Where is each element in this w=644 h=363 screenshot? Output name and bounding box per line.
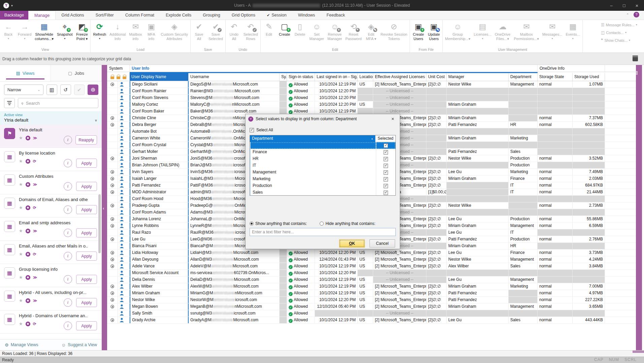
save-view-button[interactable]: ✔ <box>74 85 85 95</box>
view-item[interactable]: ▦By license location★✱⟳iApply <box>0 148 102 171</box>
ribbon-collapse-icon[interactable]: ⌃ <box>626 13 629 17</box>
value-row[interactable] <box>250 142 395 149</box>
value-row[interactable]: Production <box>250 183 395 189</box>
collapse-left-icon[interactable]: ‹ <box>103 206 104 211</box>
sidebar-collapse-strip[interactable]: ‹ <box>102 65 107 350</box>
message-rules-button[interactable]: ☰Message Rules...▾ <box>601 21 643 29</box>
table-row[interactable]: Allan DeyoungAllanD@M3wmnrstuvwMicrosoft… <box>107 256 636 263</box>
mailbox-info-button[interactable]: ✉Mailbox info <box>127 21 143 41</box>
column-header-username[interactable]: Username <box>189 73 280 81</box>
star-icon[interactable]: ★ <box>19 298 23 303</box>
info-button[interactable]: i <box>64 229 72 237</box>
tab-views[interactable]: ▤ Views <box>0 65 51 81</box>
select-all-row[interactable]: Select All <box>250 128 400 132</box>
delete-button[interactable]: ▯Delete <box>292 21 308 37</box>
manage-views-button[interactable]: ⚙ Manage Views <box>5 342 38 348</box>
table-row[interactable]: Alex WilberAlexW@M3wmnrstuvwMicrosoft.co… <box>107 283 636 290</box>
value-checkbox[interactable] <box>384 170 388 175</box>
view-item[interactable]: ▦Group licensing info★✱≫iApply <box>0 264 102 287</box>
column-header-effective-assigned-licenses[interactable]: Effective Assigned Licenses <box>373 73 426 81</box>
column-header-location-[interactable]: Location... <box>358 73 373 81</box>
tab-feedback[interactable]: Feedback <box>321 11 351 20</box>
radio-show-contains[interactable]: Show anything that contains: <box>250 221 307 226</box>
star-icon[interactable]: ★ <box>19 205 23 210</box>
table-row[interactable]: Sally Smithssnutg@M3wmnrstuvwicrosoft.co… <box>107 310 636 317</box>
dialog-close-icon[interactable]: × <box>388 116 397 122</box>
value-checkbox[interactable] <box>384 143 388 148</box>
snapshot-button[interactable]: ⌖+Snapshot▾ <box>55 21 74 40</box>
apply-button[interactable]: Apply <box>76 182 97 191</box>
view-item[interactable]: ▦Email, Aliases and other Mails in o...★… <box>0 241 102 264</box>
table-row[interactable]: Miriam GrahamMiriamG@MwmnrstuvwnMicrosof… <box>107 290 636 297</box>
table-row[interactable]: Conf Room StevensStevens@MwmnrstuvwMicro… <box>107 95 636 101</box>
ok-button[interactable]: OK <box>339 239 365 248</box>
contacts-button[interactable]: ◫Contacts...▾ <box>601 29 643 36</box>
select-all-checkbox[interactable] <box>250 128 254 132</box>
refresh-button[interactable]: ⟳Refresh▾ <box>91 21 108 40</box>
column-header-selected[interactable]: Selected <box>375 135 395 142</box>
minimize-button[interactable]: – <box>606 0 617 11</box>
table-row[interactable]: Diego SicilianiDiegoS@MwmnrstuvwMicrosof… <box>107 81 636 88</box>
cancel-button[interactable]: Cancel <box>369 239 395 248</box>
group-membership-button[interactable]: ☺Group Membership...▾ <box>443 21 472 41</box>
apply-button[interactable]: Apply <box>76 159 97 168</box>
radio-hide-icon[interactable] <box>320 222 324 226</box>
table-row[interactable]: Microsoft Service Accountms-serviceawmnr… <box>107 270 636 276</box>
view-item[interactable]: ▦Email and smtp addresses★✱≫iApply <box>0 218 102 241</box>
view-item[interactable]: ▦Hybrid - All users, including on-pr...★… <box>0 287 102 310</box>
tab-grouping[interactable]: Grouping <box>197 11 226 20</box>
edit-button[interactable]: ✎Edit <box>261 21 277 37</box>
grouping-zone[interactable]: Drag a column header to this grouping zo… <box>0 53 644 65</box>
radio-hide-contains[interactable]: Hide anything that contains: <box>320 221 375 226</box>
info-button[interactable]: i <box>64 205 72 214</box>
view-mode-select[interactable]: Narrow⌄ <box>4 85 43 95</box>
mailbox-permissions-button[interactable]: ✉Mailbox Permissions...▾ <box>512 21 541 41</box>
dialog-title-bar[interactable]: Y Select values to display in grid from … <box>246 114 400 124</box>
grid-header-row[interactable]: User Display NameUsernameSy...Sign-in st… <box>107 73 636 81</box>
active-view-header[interactable]: Active view Ytria default ⩔ <box>0 111 102 125</box>
set-manager-button[interactable]: ☺Set Manager <box>308 21 326 41</box>
column-header-storage-state[interactable]: Storage State <box>538 73 573 81</box>
custom-security-attributes-button[interactable]: ◈Custom Security Attributes <box>159 21 190 41</box>
tab-backstage[interactable]: Backstage <box>0 11 28 20</box>
create-button[interactable]: ▢+Create <box>277 21 292 37</box>
column-header-department[interactable]: Department <box>509 73 538 81</box>
filter-icon[interactable] <box>4 98 15 108</box>
undo-all-button[interactable]: ↶Undo All <box>226 21 242 41</box>
save-selected-button[interactable]: ✔✓Save Selected <box>207 21 225 41</box>
value-checkbox[interactable] <box>384 184 388 188</box>
tab-grid-options[interactable]: Grid Options <box>226 11 261 20</box>
right-panel-strip[interactable] <box>636 65 642 350</box>
show-chats-button[interactable]: ❞Show Chats...▾ <box>601 36 643 44</box>
suggest-view-button[interactable]: ☺ Suggest a View <box>61 342 97 348</box>
tab-sort-filter[interactable]: Sort/Filter <box>90 11 120 20</box>
sidebar-scrollbar[interactable] <box>98 194 101 253</box>
info-button[interactable]: i <box>64 298 72 307</box>
value-checkbox[interactable] <box>384 150 388 155</box>
table-row[interactable]: Grady ArchieGradyA@MwmnrstuvwMicrosoft.c… <box>107 317 636 324</box>
undo-selected-rows-button[interactable]: ↶✓Selected Rows <box>242 21 260 41</box>
info-button[interactable]: i <box>64 136 72 144</box>
save-all-button[interactable]: ✔Save All <box>191 21 207 41</box>
apply-button[interactable]: Apply <box>76 275 97 284</box>
value-row[interactable]: Sales <box>250 189 395 196</box>
freeze-point-button[interactable]: ◩+Freeze Point ▾ <box>74 21 90 41</box>
radio-show-icon[interactable] <box>250 222 254 226</box>
star-icon[interactable]: ★ <box>19 135 23 140</box>
tab-grid-actions[interactable]: Grid Actions <box>56 11 90 20</box>
additional-info-button[interactable]: ↓Additional Info <box>108 21 127 41</box>
table-row[interactable]: Delia DennisDeliaD@M3wmnrstuvwMicrosoft.… <box>107 276 636 283</box>
tab-explode-cells[interactable]: Explode Cells <box>160 11 197 20</box>
licenses-button[interactable]: ▤Licenses...▾ <box>472 21 493 40</box>
table-row[interactable]: Lidia HollowayLidiaH@M3wmnrstuvwMicrosof… <box>107 250 636 256</box>
reset-view-button[interactable]: ↺ <box>60 85 71 95</box>
tab-jobs[interactable]: ▢ Jobs <box>51 65 102 81</box>
column-header-department[interactable]: Department▲ <box>250 135 375 142</box>
star-icon[interactable]: ★ <box>19 228 23 233</box>
column-header-storage-used[interactable]: Storage Used <box>573 73 605 81</box>
star-icon[interactable]: ★ <box>19 275 23 280</box>
show-hide-columns-button[interactable]: ▦Show/Hide columns...▾ <box>33 21 55 41</box>
table-row[interactable]: Mallory CortezMalloryC@wmnrstuvwnMicroso… <box>107 101 636 108</box>
value-row[interactable]: Finance <box>250 149 395 156</box>
close-button[interactable]: × <box>631 0 643 11</box>
